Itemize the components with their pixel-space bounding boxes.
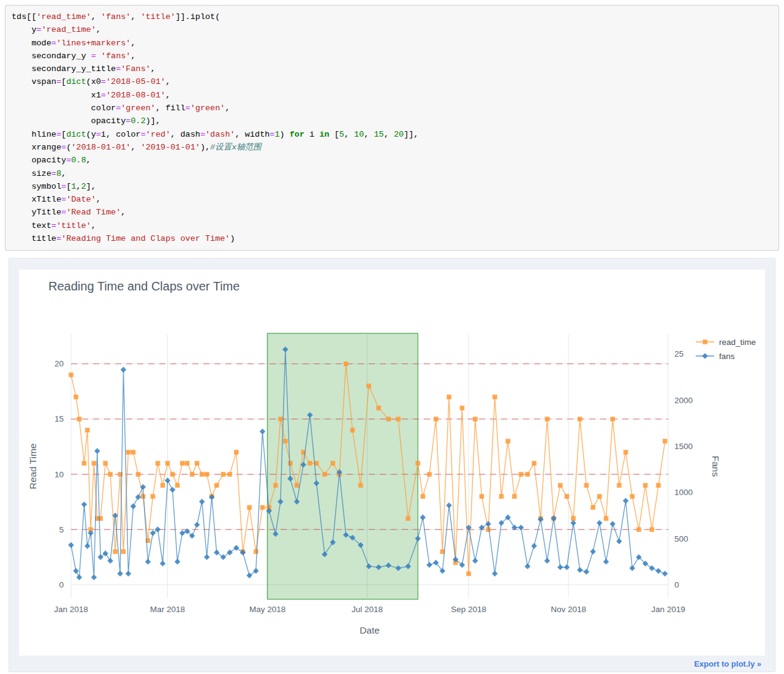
plot-canvas[interactable]: Jan 2018Mar 2018May 2018Jul 2018Sep 2018… [19,301,765,653]
chart-paper: Reading Time and Claps over Time Jan 201… [19,270,765,656]
svg-text:1500: 1500 [674,442,693,451]
svg-text:Fans: Fans [710,456,721,477]
legend-item-fans[interactable]: fans [696,352,735,361]
export-to-plotly-link[interactable]: Export to plot.ly » [694,659,761,668]
svg-text:5: 5 [59,525,64,534]
svg-text:Nov 2018: Nov 2018 [551,605,586,614]
svg-text:Date: Date [360,625,380,635]
svg-text:read_time: read_time [719,338,756,347]
notebook-code-cell[interactable]: tds[['read_time', 'fans', 'title']].iplo… [5,5,779,251]
svg-text:May 2018: May 2018 [249,605,285,614]
legend-item-read_time[interactable]: read_time [696,338,756,347]
svg-text:0: 0 [674,580,679,589]
svg-text:Sep 2018: Sep 2018 [451,605,486,614]
svg-text:Jul 2018: Jul 2018 [352,605,383,614]
chart-title: Reading Time and Claps over Time [48,279,765,293]
plotly-footer: Export to plot.ly » [19,656,765,672]
svg-text:20: 20 [55,360,64,369]
plotly-output-frame: Reading Time and Claps over Time Jan 201… [9,258,775,672]
svg-text:Read Time: Read Time [28,444,38,490]
svg-text:Mar 2018: Mar 2018 [150,605,185,614]
svg-text:10: 10 [55,470,64,479]
svg-text:500: 500 [674,534,688,543]
svg-text:25: 25 [674,350,684,359]
python-code[interactable]: tds[['read_time', 'fans', 'title']].iplo… [12,10,772,245]
svg-text:15: 15 [55,415,64,424]
svg-text:fans: fans [719,352,735,361]
svg-text:2000: 2000 [674,396,693,405]
svg-text:Jan 2019: Jan 2019 [651,605,685,614]
svg-text:Jan 2018: Jan 2018 [54,605,88,614]
svg-text:1000: 1000 [674,488,693,498]
svg-text:0: 0 [59,580,64,589]
